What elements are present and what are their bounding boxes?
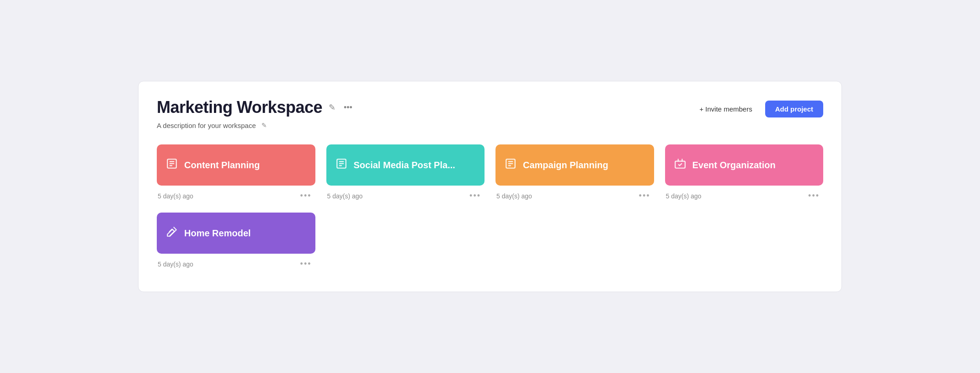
projects-grid-row2: Home Remodel 5 day(s) ago ••• [157,213,823,270]
project-title-event-organization: Event Organization [692,160,776,171]
project-wrapper-event-organization: Event Organization 5 day(s) ago ••• [665,144,824,202]
add-project-label: Add project [775,105,813,113]
project-title-social-media: Social Media Post Pla... [354,160,455,171]
project-meta-content-planning: 5 day(s) ago ••• [157,190,315,202]
project-time-home-remodel: 5 day(s) ago [158,261,193,268]
project-card-home-remodel[interactable]: Home Remodel [157,213,315,254]
workspace-title: Marketing Workspace [157,98,322,117]
ellipsis-icon: ••• [344,103,352,112]
project-more-btn-social-media[interactable]: ••• [467,190,484,202]
project-icon-campaign-planning [505,158,517,172]
project-card-content-planning[interactable]: Content Planning [157,144,315,186]
description-row: A description for your workspace ✎ [157,121,354,130]
project-meta-campaign-planning: 5 day(s) ago ••• [495,190,654,202]
invite-members-button[interactable]: + Invite members [694,101,757,117]
project-time-content-planning: 5 day(s) ago [158,192,193,200]
project-more-btn-campaign-planning[interactable]: ••• [636,190,653,202]
header-right: + Invite members Add project [694,101,823,117]
project-wrapper-content-planning: Content Planning 5 day(s) ago ••• [157,144,315,202]
project-icon-social-media [336,158,347,172]
project-icon-content-planning [166,158,178,172]
project-more-btn-home-remodel[interactable]: ••• [298,258,314,270]
project-meta-social-media: 5 day(s) ago ••• [326,190,485,202]
project-wrapper-campaign-planning: Campaign Planning 5 day(s) ago ••• [495,144,654,202]
workspace-header: Marketing Workspace ✎ ••• A description … [157,98,823,130]
header-left: Marketing Workspace ✎ ••• A description … [157,98,354,130]
project-wrapper-home-remodel: Home Remodel 5 day(s) ago ••• [157,213,315,270]
project-title-home-remodel: Home Remodel [184,228,251,239]
project-wrapper-social-media: Social Media Post Pla... 5 day(s) ago ••… [326,144,485,202]
project-time-event-organization: 5 day(s) ago [666,192,702,200]
pencil-icon: ✎ [329,102,336,112]
invite-label: + Invite members [699,105,752,113]
project-title-campaign-planning: Campaign Planning [523,160,608,171]
workspace-description: A description for your workspace [157,122,256,129]
project-icon-home-remodel [166,226,178,240]
title-row: Marketing Workspace ✎ ••• [157,98,354,117]
project-card-campaign-planning[interactable]: Campaign Planning [495,144,654,186]
project-time-campaign-planning: 5 day(s) ago [496,192,532,200]
project-more-btn-content-planning[interactable]: ••• [298,190,314,202]
project-meta-event-organization: 5 day(s) ago ••• [665,190,824,202]
pencil-small-icon: ✎ [261,122,267,129]
project-title-content-planning: Content Planning [184,160,260,171]
project-more-btn-event-organization[interactable]: ••• [805,190,822,202]
edit-title-button[interactable]: ✎ [327,101,337,113]
project-time-social-media: 5 day(s) ago [327,192,363,200]
workspace-container: Marketing Workspace ✎ ••• A description … [138,81,842,292]
project-icon-event-organization [674,158,686,172]
projects-grid-row1: Content Planning 5 day(s) ago ••• Social… [157,144,823,202]
more-options-button[interactable]: ••• [342,102,354,113]
edit-description-button[interactable]: ✎ [260,121,269,130]
project-meta-home-remodel: 5 day(s) ago ••• [157,258,315,270]
project-card-event-organization[interactable]: Event Organization [665,144,824,186]
project-card-social-media[interactable]: Social Media Post Pla... [326,144,485,186]
add-project-button[interactable]: Add project [765,101,823,117]
